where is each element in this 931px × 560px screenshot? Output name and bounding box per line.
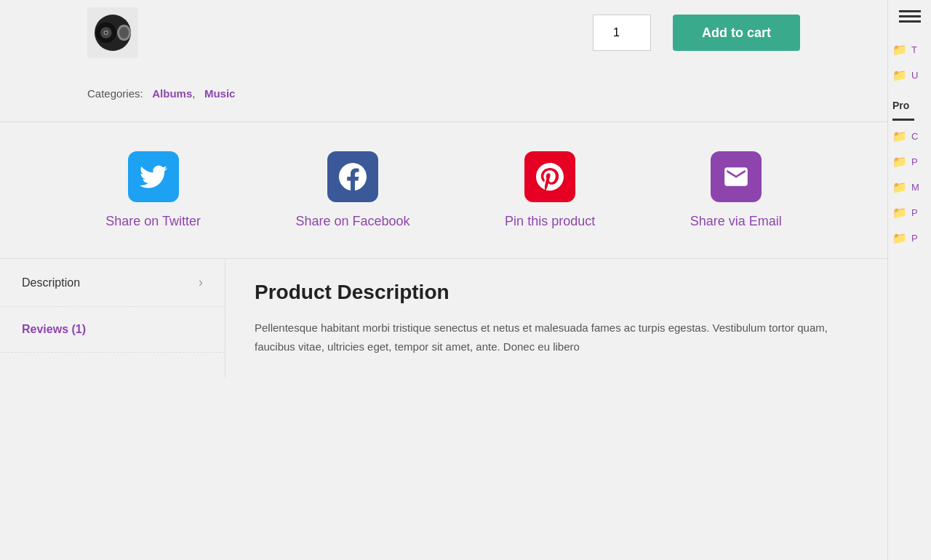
sidebar-separator bbox=[892, 119, 914, 121]
folder-icon-2: 📁 bbox=[892, 68, 907, 82]
tab-reviews-label: Reviews (1) bbox=[22, 323, 86, 336]
tab-description-label: Description bbox=[22, 276, 80, 289]
share-facebook-label: Share on Facebook bbox=[296, 214, 410, 229]
share-email-label: Share via Email bbox=[690, 214, 782, 229]
share-twitter-link[interactable]: Share on Twitter bbox=[105, 151, 201, 229]
sidebar-link-p2[interactable]: 📁 P bbox=[888, 200, 931, 225]
svg-point-3 bbox=[105, 31, 107, 33]
share-facebook-link[interactable]: Share on Facebook bbox=[296, 151, 410, 229]
sidebar-link-p1-label: P bbox=[911, 156, 918, 167]
menu-line-2 bbox=[899, 15, 921, 17]
share-email-link[interactable]: Share via Email bbox=[690, 151, 782, 229]
tabs-section: Description › Reviews (1) Product Descri… bbox=[0, 259, 887, 377]
sidebar-link-u[interactable]: 📁 U bbox=[888, 63, 931, 88]
sidebar-link-c[interactable]: 📁 C bbox=[888, 124, 931, 149]
sidebar-link-p3[interactable]: 📁 P bbox=[888, 225, 931, 251]
share-pinterest-label: Pin this product bbox=[505, 214, 595, 229]
categories-row: Categories: Albums, Music bbox=[0, 65, 887, 122]
tab-reviews[interactable]: Reviews (1) bbox=[0, 307, 225, 353]
sidebar-link-c-label: C bbox=[911, 131, 918, 142]
top-bar: Add to cart bbox=[0, 0, 887, 65]
email-icon-bg bbox=[711, 151, 762, 202]
category-music-link[interactable]: Music bbox=[204, 87, 236, 100]
email-icon bbox=[722, 163, 750, 191]
tab-content-body: Pellentesque habitant morbi tristique se… bbox=[255, 319, 858, 356]
sidebar-link-t-label: T bbox=[911, 44, 917, 55]
chevron-right-icon: › bbox=[199, 275, 203, 290]
folder-icon-p3: 📁 bbox=[892, 231, 907, 245]
tab-content-area: Product Description Pellentesque habitan… bbox=[225, 259, 887, 377]
facebook-icon bbox=[339, 163, 367, 191]
twitter-icon-bg bbox=[128, 151, 179, 202]
share-twitter-label: Share on Twitter bbox=[105, 214, 201, 229]
menu-line-3 bbox=[899, 20, 921, 23]
pinterest-icon-bg bbox=[524, 151, 575, 202]
sidebar-section-title-pro: Pro bbox=[888, 88, 931, 116]
folder-icon-m: 📁 bbox=[892, 180, 907, 194]
sidebar-link-u-label: U bbox=[911, 70, 918, 81]
right-sidebar: 📁 T 📁 U Pro 📁 C 📁 P 📁 M 📁 bbox=[887, 0, 931, 560]
twitter-icon bbox=[140, 163, 167, 191]
folder-icon-p2: 📁 bbox=[892, 206, 907, 220]
sidebar-link-p3-label: P bbox=[911, 233, 918, 244]
pinterest-icon bbox=[536, 163, 564, 191]
quantity-input[interactable] bbox=[593, 15, 651, 51]
category-albums-link[interactable]: Albums bbox=[152, 87, 192, 100]
folder-icon-1: 📁 bbox=[892, 43, 907, 57]
share-pinterest-link[interactable]: Pin this product bbox=[505, 151, 595, 229]
product-thumbnail bbox=[87, 7, 138, 58]
folder-icon-c: 📁 bbox=[892, 129, 907, 143]
folder-icon-p1: 📁 bbox=[892, 155, 907, 169]
sidebar-link-m-label: M bbox=[911, 182, 919, 193]
sidebar-link-m[interactable]: 📁 M bbox=[888, 175, 931, 200]
sidebar-link-p1[interactable]: 📁 P bbox=[888, 149, 931, 175]
menu-line-1 bbox=[899, 10, 921, 12]
product-thumb-icon bbox=[95, 15, 131, 51]
tab-content-title: Product Description bbox=[255, 281, 858, 304]
main-content: Add to cart Categories: Albums, Music Sh… bbox=[0, 0, 887, 560]
sidebar-links: 📁 T 📁 U Pro 📁 C 📁 P 📁 M 📁 bbox=[888, 37, 931, 251]
page-wrapper: Add to cart Categories: Albums, Music Sh… bbox=[0, 0, 931, 560]
sidebar-link-p2-label: P bbox=[911, 207, 918, 218]
categories-label: Categories: bbox=[87, 87, 143, 100]
add-to-cart-button[interactable]: Add to cart bbox=[673, 15, 800, 51]
vinyl-icon bbox=[95, 18, 117, 47]
facebook-icon-bg bbox=[327, 151, 378, 202]
tabs-sidebar: Description › Reviews (1) bbox=[0, 259, 225, 377]
share-section: Share on Twitter Share on Facebook bbox=[0, 122, 887, 259]
sidebar-link-t[interactable]: 📁 T bbox=[888, 37, 931, 63]
tab-description[interactable]: Description › bbox=[0, 259, 225, 307]
